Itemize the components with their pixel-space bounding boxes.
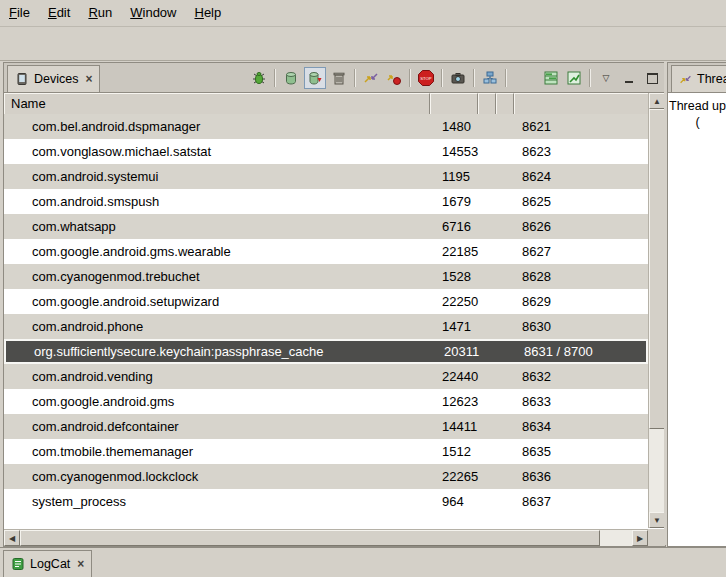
tab-threads-label: Threads bbox=[697, 72, 726, 86]
stop-process-icon[interactable]: STOP bbox=[416, 68, 436, 88]
cell-port: 8623 bbox=[514, 144, 648, 159]
vertical-scrollbar[interactable]: ▲ ▼ bbox=[648, 93, 665, 528]
threads-tabbar: Threads bbox=[668, 63, 726, 93]
tab-logcat[interactable]: LogCat × bbox=[3, 550, 92, 577]
tab-logcat-label: LogCat bbox=[30, 557, 70, 571]
cell-pid: 22185 bbox=[430, 244, 478, 259]
cell-port: 8630 bbox=[514, 319, 648, 334]
threads-message: Thread up ( bbox=[668, 93, 726, 546]
cell-name: com.google.android.gms.wearable bbox=[4, 244, 430, 259]
tab-logcat-close-icon[interactable]: × bbox=[77, 557, 84, 571]
cell-port: 8624 bbox=[514, 169, 648, 184]
cell-pid: 20311 bbox=[432, 344, 480, 359]
menu-file[interactable]: File bbox=[0, 0, 39, 26]
process-row[interactable]: com.google.android.setupwizard 22250 862… bbox=[4, 289, 648, 314]
debug-process-icon[interactable] bbox=[249, 68, 269, 88]
process-row[interactable]: com.google.android.gms.wearable 22185 86… bbox=[4, 239, 648, 264]
scroll-down-icon[interactable]: ▼ bbox=[649, 512, 665, 528]
capture-systrace-icon[interactable] bbox=[541, 68, 561, 88]
logcat-bar: LogCat × bbox=[0, 547, 726, 577]
cell-name: com.tmobile.thememanager bbox=[4, 444, 430, 459]
menu-help[interactable]: Help bbox=[185, 0, 230, 26]
threads-message-line1: Thread up bbox=[668, 98, 726, 114]
column-header-pid[interactable] bbox=[430, 93, 478, 114]
cell-name: com.android.systemui bbox=[4, 169, 430, 184]
process-row[interactable]: com.android.systemui 1195 8624 bbox=[4, 164, 648, 189]
screen-capture-icon[interactable] bbox=[448, 68, 468, 88]
cell-port: 8628 bbox=[514, 269, 648, 284]
toolbar-separator bbox=[589, 69, 591, 87]
cell-name: com.android.defcontainer bbox=[4, 419, 430, 434]
start-method-profiling-icon[interactable] bbox=[384, 68, 404, 88]
scroll-left-icon[interactable]: ◀ bbox=[4, 530, 20, 546]
scrollbar-corner bbox=[648, 529, 665, 546]
cell-pid: 14411 bbox=[430, 419, 478, 434]
process-row[interactable]: org.sufficientlysecure.keychain:passphra… bbox=[4, 339, 648, 364]
horizontal-scrollbar[interactable]: ◀ ▶ bbox=[4, 529, 648, 546]
process-row[interactable]: com.google.android.gms 12623 8633 bbox=[4, 389, 648, 414]
tab-devices[interactable]: Devices × bbox=[7, 65, 100, 92]
cell-pid: 1480 bbox=[430, 119, 478, 134]
cell-port: 8629 bbox=[514, 294, 648, 309]
cell-name: com.whatsapp bbox=[4, 219, 430, 234]
scroll-up-icon[interactable]: ▲ bbox=[649, 93, 665, 109]
process-row[interactable]: com.cyanogenmod.lockclock 22265 8636 bbox=[4, 464, 648, 489]
cell-port: 8625 bbox=[514, 194, 648, 209]
column-header-name[interactable]: Name bbox=[4, 93, 430, 114]
update-heap-icon[interactable] bbox=[281, 68, 301, 88]
column-header-spacer1[interactable] bbox=[478, 93, 496, 114]
cell-port: 8631 / 8700 bbox=[516, 344, 646, 359]
devices-tabbar: Devices × bbox=[4, 63, 665, 93]
toolbar-separator bbox=[441, 69, 443, 87]
cell-name: com.bel.android.dspmanager bbox=[4, 119, 430, 134]
cell-name: com.android.vending bbox=[4, 369, 430, 384]
process-row[interactable]: com.android.smspush 1679 8625 bbox=[4, 189, 648, 214]
update-threads-icon[interactable] bbox=[361, 68, 381, 88]
cell-name: com.google.android.setupwizard bbox=[4, 294, 430, 309]
svg-text:STOP: STOP bbox=[420, 76, 432, 81]
menu-run[interactable]: Run bbox=[79, 0, 121, 26]
column-header-spacer2[interactable] bbox=[496, 93, 514, 114]
process-row[interactable]: com.whatsapp 6716 8626 bbox=[4, 214, 648, 239]
maximize-icon[interactable] bbox=[642, 68, 662, 88]
process-row[interactable]: com.android.defcontainer 14411 8634 bbox=[4, 414, 648, 439]
threads-message-line2: ( bbox=[668, 114, 726, 130]
threads-icon bbox=[679, 73, 692, 86]
menubar: File Edit Run Window Help bbox=[0, 0, 726, 27]
tab-devices-close-icon[interactable]: × bbox=[85, 72, 92, 86]
scroll-right-icon[interactable]: ▶ bbox=[632, 530, 648, 546]
process-row[interactable]: com.vonglasow.michael.satstat 14553 8623 bbox=[4, 139, 648, 164]
cell-pid: 22250 bbox=[430, 294, 478, 309]
menu-window[interactable]: Window bbox=[121, 0, 185, 26]
cell-port: 8621 bbox=[514, 119, 648, 134]
process-row[interactable]: com.android.phone 1471 8630 bbox=[4, 314, 648, 339]
tab-threads[interactable]: Threads bbox=[671, 65, 726, 92]
process-table: Name com.bel.android.dspmanager 1480 862… bbox=[4, 93, 665, 528]
dump-hprof-icon[interactable] bbox=[304, 67, 326, 89]
minimize-icon[interactable] bbox=[619, 68, 639, 88]
start-opengl-trace-icon[interactable] bbox=[564, 68, 584, 88]
cell-pid: 1512 bbox=[430, 444, 478, 459]
cell-pid: 1528 bbox=[430, 269, 478, 284]
ddms-window: File Edit Run Window Help Devices × bbox=[0, 0, 726, 577]
cell-pid: 1679 bbox=[430, 194, 478, 209]
process-rows: com.bel.android.dspmanager 1480 8621 com… bbox=[4, 114, 648, 528]
process-row[interactable]: system_process 964 8637 bbox=[4, 489, 648, 514]
process-row[interactable]: com.cyanogenmod.trebuchet 1528 8628 bbox=[4, 264, 648, 289]
threads-panel: Threads Thread up ( bbox=[667, 62, 726, 547]
process-row[interactable]: com.tmobile.thememanager 1512 8635 bbox=[4, 439, 648, 464]
cell-name: com.google.android.gms bbox=[4, 394, 430, 409]
cell-pid: 1195 bbox=[430, 169, 478, 184]
dump-view-hierarchy-icon[interactable] bbox=[480, 68, 500, 88]
view-menu-icon[interactable]: ▽ bbox=[596, 68, 616, 88]
cell-name: com.android.phone bbox=[4, 319, 430, 334]
horizontal-scroll-thumb[interactable] bbox=[20, 530, 600, 546]
cell-name: system_process bbox=[4, 494, 430, 509]
vertical-scroll-thumb[interactable] bbox=[649, 109, 665, 429]
toolbar-separator bbox=[409, 69, 411, 87]
column-header-port[interactable] bbox=[514, 93, 648, 114]
process-row[interactable]: com.bel.android.dspmanager 1480 8621 bbox=[4, 114, 648, 139]
process-row[interactable]: com.android.vending 22440 8632 bbox=[4, 364, 648, 389]
cause-gc-icon[interactable] bbox=[329, 68, 349, 88]
menu-edit[interactable]: Edit bbox=[39, 0, 79, 26]
